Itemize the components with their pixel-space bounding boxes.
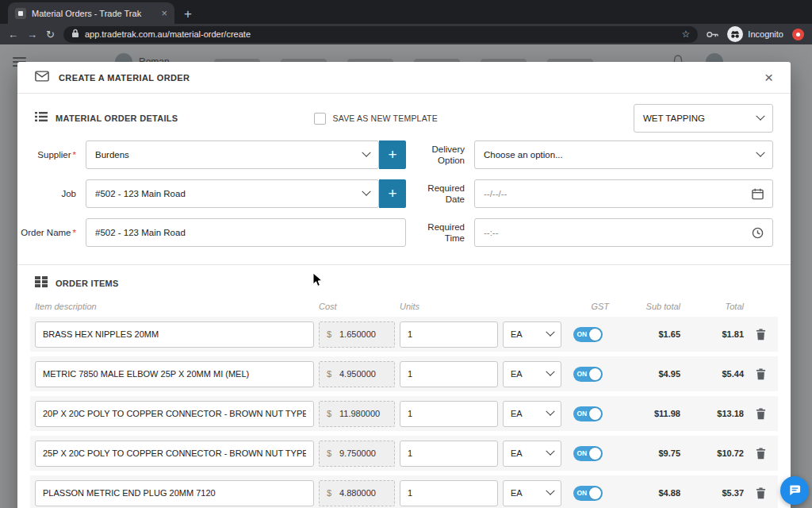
calendar-icon[interactable] <box>752 188 764 200</box>
currency-symbol: $ <box>327 329 339 339</box>
delete-item-button[interactable] <box>756 329 766 341</box>
item-description-input[interactable] <box>35 361 314 387</box>
chevron-down-icon <box>362 187 370 196</box>
currency-symbol: $ <box>327 369 339 379</box>
item-unit-select[interactable]: EA <box>503 361 561 387</box>
item-unit-select[interactable]: EA <box>503 321 561 348</box>
save-template-checkbox[interactable] <box>314 113 326 125</box>
item-cost-value: 4.880000 <box>339 488 376 498</box>
chevron-down-icon <box>756 112 764 121</box>
item-units-input[interactable] <box>400 441 498 467</box>
chevron-down-icon <box>546 487 554 495</box>
item-unit-value: EA <box>511 448 523 458</box>
browser-tab[interactable]: Material Orders - Trade Trak × <box>8 2 174 24</box>
item-cost-field: $ 11.980000 <box>319 401 395 427</box>
browser-toolbar: ← → ↻ app.tradetrak.com.au/material-orde… <box>0 24 812 44</box>
item-description-input[interactable] <box>35 480 314 506</box>
required-date-input[interactable]: --/--/-- <box>474 179 773 208</box>
url-text: app.tradetrak.com.au/material-order/crea… <box>85 29 676 39</box>
gst-toggle[interactable]: ON <box>573 486 603 501</box>
item-units-input[interactable] <box>400 361 498 387</box>
lock-icon <box>71 27 79 41</box>
delete-item-button[interactable] <box>756 408 766 420</box>
delivery-option-select[interactable]: Choose an option... <box>474 140 773 169</box>
job-label: Job <box>17 188 86 199</box>
required-time-input[interactable]: --:-- <box>474 218 773 247</box>
item-subtotal: $4.95 <box>614 369 680 379</box>
details-section-title-group: MATERIAL ORDER DETAILS <box>35 111 178 125</box>
order-item-row: $ 1.650000 EA ON $1.65 $1.81 <box>30 317 778 352</box>
reload-icon[interactable]: ↻ <box>46 29 55 40</box>
address-bar[interactable]: app.tradetrak.com.au/material-order/crea… <box>63 26 698 43</box>
item-cost-value: 9.750000 <box>339 448 376 458</box>
item-unit-select[interactable]: EA <box>503 401 561 427</box>
bookmark-star-icon[interactable]: ☆ <box>682 29 691 40</box>
item-unit-select[interactable]: EA <box>503 480 561 506</box>
add-job-button[interactable]: + <box>379 179 406 208</box>
delete-item-button[interactable] <box>756 487 766 499</box>
item-description-input[interactable] <box>35 441 314 467</box>
modal-title: CREATE A MATERIAL ORDER <box>59 73 190 83</box>
chevron-down-icon <box>546 328 554 337</box>
item-units-input[interactable] <box>400 401 498 427</box>
gst-toggle-knob <box>589 329 601 341</box>
gst-toggle[interactable]: ON <box>573 406 603 421</box>
delete-item-button[interactable] <box>756 368 766 380</box>
item-units-input[interactable] <box>400 480 498 506</box>
chat-fab-button[interactable] <box>780 476 809 505</box>
details-section-title: MATERIAL ORDER DETAILS <box>56 114 178 123</box>
chevron-down-icon <box>546 447 554 456</box>
password-key-icon[interactable] <box>707 27 718 41</box>
envelope-icon <box>35 71 49 85</box>
job-select[interactable]: #502 - 123 Main Road <box>86 179 379 208</box>
supplier-select[interactable]: Burdens <box>86 140 379 169</box>
column-header-units: Units <box>400 302 498 311</box>
list-icon <box>35 111 48 125</box>
order-items-title-group: ORDER ITEMS <box>35 276 119 291</box>
item-subtotal: $1.65 <box>614 329 680 339</box>
item-cost-field: $ 4.950000 <box>319 361 395 387</box>
item-description-input[interactable] <box>35 321 314 348</box>
item-subtotal: $4.88 <box>614 488 680 498</box>
item-subtotal: $11.98 <box>614 409 680 418</box>
modal-close-icon[interactable]: × <box>764 70 773 85</box>
item-cost-field: $ 9.750000 <box>319 441 395 467</box>
add-supplier-button[interactable]: + <box>379 140 406 169</box>
gst-toggle-knob <box>589 487 601 499</box>
new-tab-button[interactable]: + <box>184 7 192 21</box>
delivery-option-label: Delivery Option <box>406 144 474 167</box>
chevron-down-icon <box>756 148 764 157</box>
template-select-value: WET TAPPING <box>643 114 705 123</box>
template-select[interactable]: WET TAPPING <box>634 104 773 133</box>
delete-item-button[interactable] <box>756 448 766 460</box>
gst-toggle[interactable]: ON <box>573 446 603 461</box>
currency-symbol: $ <box>327 409 339 418</box>
item-description-input[interactable] <box>35 401 314 427</box>
record-indicator-icon[interactable] <box>792 29 804 40</box>
gst-toggle-label: ON <box>577 330 588 338</box>
item-unit-value: EA <box>511 329 523 339</box>
gst-toggle-label: ON <box>577 410 588 418</box>
gst-toggle-knob <box>589 408 601 420</box>
clock-icon[interactable] <box>752 227 764 239</box>
incognito-icon <box>727 26 743 42</box>
tab-close-icon[interactable]: × <box>161 8 167 18</box>
column-header-cost: Cost <box>319 302 395 311</box>
item-unit-value: EA <box>511 488 523 498</box>
gst-toggle-knob <box>589 368 601 380</box>
item-cost-value: 1.650000 <box>339 329 376 339</box>
gst-toggle[interactable]: ON <box>573 367 603 382</box>
item-subtotal: $9.75 <box>614 448 680 458</box>
modal-header: CREATE A MATERIAL ORDER × <box>17 62 791 94</box>
grid-icon <box>35 276 48 291</box>
order-name-input[interactable] <box>86 218 406 247</box>
item-unit-value: EA <box>511 409 523 418</box>
item-unit-select[interactable]: EA <box>503 441 561 467</box>
save-template-label: SAVE AS NEW TEMPLATE <box>333 114 438 123</box>
item-total: $10.72 <box>685 448 744 458</box>
back-icon[interactable]: ← <box>8 29 18 40</box>
order-name-label: Order Name* <box>17 227 86 238</box>
item-units-input[interactable] <box>400 321 498 348</box>
gst-toggle[interactable]: ON <box>573 327 603 342</box>
forward-icon[interactable]: → <box>27 29 37 40</box>
